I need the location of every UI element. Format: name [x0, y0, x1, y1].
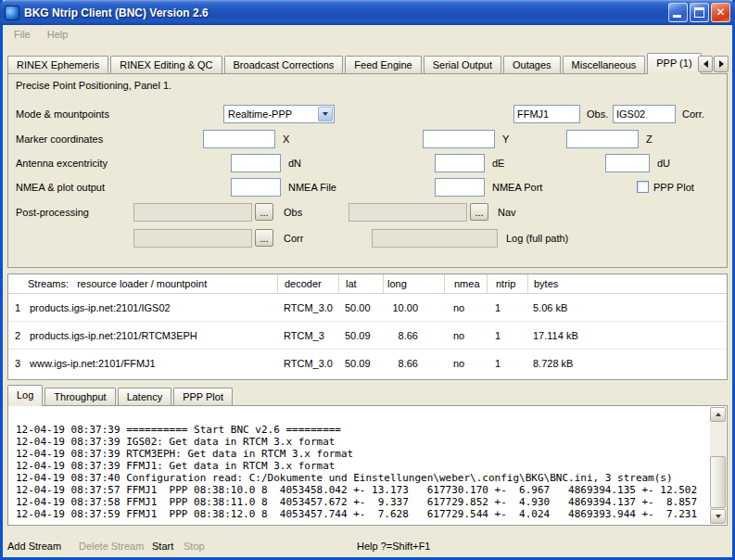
obs-label: Obs.	[587, 105, 608, 123]
cell-nmea: no	[444, 358, 487, 369]
corr-mountpoint-field[interactable]	[613, 105, 676, 123]
streams-table-header: Streams: resource loader / mountpoint de…	[8, 274, 727, 294]
ppp-plot-checkbox[interactable]	[637, 181, 649, 193]
row-number: 2	[8, 330, 27, 341]
tab-rinex-ephemeris[interactable]: RINEX Ephemeris	[7, 56, 108, 73]
close-button[interactable]: ✕	[711, 3, 730, 22]
marker-y-field[interactable]	[423, 130, 495, 148]
cell-ntrip: 1	[487, 358, 527, 369]
tab-scroll-right-button[interactable]	[714, 56, 729, 72]
cell-mountpoint: www.igs-ip.net:2101/FFMJ1	[27, 358, 277, 369]
cell-bytes: 17.114 kB	[527, 330, 727, 341]
close-icon: ✕	[712, 4, 729, 21]
browse-obs-button[interactable]: ...	[255, 203, 273, 221]
post-log-field	[372, 229, 498, 248]
mode-combobox-value: Realtime-PPP	[228, 106, 292, 122]
menu-help[interactable]: Help	[39, 27, 77, 42]
start-button[interactable]: Start	[152, 541, 173, 552]
tab-serial-output[interactable]: Serial Output	[424, 56, 501, 73]
right-arrow-icon	[719, 60, 724, 68]
tab-ppp-plot[interactable]: PPP Plot	[173, 388, 233, 405]
log-line: 12-04-19 08:37:59 FFMJ1 PPP 08:38:12.0 8…	[16, 508, 710, 520]
add-stream-button[interactable]: Add Stream	[7, 541, 61, 552]
menu-file[interactable]: File	[6, 27, 39, 42]
log-output[interactable]: 12-04-19 08:37:39 ========== Start BNC v…	[7, 405, 728, 526]
post-obs-field	[133, 203, 252, 222]
post-obs-label: Obs	[284, 203, 302, 222]
browse-nav-button[interactable]: ...	[470, 203, 488, 221]
tab-log[interactable]: Log	[7, 385, 43, 406]
antenna-du-field[interactable]	[605, 154, 650, 172]
header-long: long	[383, 274, 444, 293]
scrollbar-thumb[interactable]	[710, 456, 726, 508]
tab-miscellaneous[interactable]: Miscellaneous	[563, 56, 646, 73]
stop-button[interactable]: Stop	[184, 541, 205, 552]
tab-ppp-1[interactable]: PPP (1)	[647, 53, 701, 74]
log-line: 12-04-19 08:37:57 FFMJ1 PPP 08:38:10.0 8…	[16, 484, 710, 496]
ppp-plot-label: PPP Plot	[653, 178, 694, 197]
marker-z-field[interactable]	[566, 130, 639, 148]
menu-bar: File Help	[3, 25, 732, 44]
app-window: BKG Ntrip Client (BNC) Version 2.6 ✕ Fil…	[0, 0, 735, 560]
post-processing-label: Post-processing	[16, 203, 89, 222]
x-label: X	[283, 130, 289, 148]
log-line: 12-04-19 08:37:39 RTCM3EPH: Get data in …	[16, 448, 710, 460]
post-nav-label: Nav	[498, 203, 516, 222]
left-arrow-icon	[703, 60, 708, 68]
nmea-port-field[interactable]	[435, 178, 485, 197]
scroll-down-button[interactable]	[710, 509, 726, 524]
marker-coordinates-label: Marker coordinates	[16, 130, 103, 148]
log-line: 12-04-19 08:37:39 FFMJ1: Get data in RTC…	[16, 460, 710, 472]
maximize-icon	[694, 7, 704, 18]
dn-label: dN	[288, 154, 301, 172]
delete-stream-button[interactable]: Delete Stream	[79, 541, 144, 552]
cell-nmea: no	[444, 302, 487, 313]
log-line: 12-04-19 08:37:40 Configuration read: C:…	[16, 472, 710, 484]
antenna-dn-field[interactable]	[231, 154, 281, 172]
tab-feed-engine[interactable]: Feed Engine	[345, 56, 421, 73]
du-label: dU	[657, 154, 670, 172]
maximize-button[interactable]	[690, 3, 709, 22]
log-line: 12-04-19 08:37:58 FFMJ1 PPP 08:38:11.0 8…	[16, 496, 710, 508]
cell-decoder: RTCM_3.0	[277, 358, 338, 369]
mode-combobox[interactable]: Realtime-PPP	[223, 105, 335, 123]
log-scrollbar[interactable]	[710, 407, 726, 524]
combo-dropdown-button[interactable]	[318, 107, 333, 121]
log-content: 12-04-19 08:37:39 ========== Start BNC v…	[9, 407, 710, 524]
obs-mountpoint-field[interactable]	[513, 105, 580, 123]
table-row[interactable]: 2 products.igs-ip.net:2101/RTCM3EPH RTCM…	[8, 322, 727, 350]
header-ntrip: ntrip	[487, 274, 527, 293]
tab-rinex-editing-qc[interactable]: RINEX Editing & QC	[110, 56, 222, 73]
help-hint: Help ?=Shift+F1	[357, 541, 431, 552]
cell-bytes: 5.06 kB	[527, 302, 727, 313]
tab-scroll-left-button[interactable]	[698, 56, 713, 72]
table-row[interactable]: 3 www.igs-ip.net:2101/FFMJ1 RTCM_3.0 50.…	[8, 350, 727, 377]
cell-bytes: 8.728 kB	[527, 358, 727, 369]
cell-lat: 50.00	[338, 302, 383, 313]
tab-broadcast-corrections[interactable]: Broadcast Corrections	[224, 56, 344, 73]
nmea-file-field[interactable]	[231, 178, 281, 197]
cell-mountpoint: products.igs-ip.net:2101/RTCM3EPH	[27, 330, 277, 341]
ppp-panel: Precise Point Positioning, Panel 1. Mode…	[7, 73, 728, 268]
tab-outages[interactable]: Outages	[503, 56, 561, 73]
cell-ntrip: 1	[487, 302, 527, 313]
window-title: BKG Ntrip Client (BNC) Version 2.6	[24, 6, 666, 19]
scroll-up-button[interactable]	[710, 407, 726, 422]
status-bar: Add Stream Delete Stream Start Stop Help…	[3, 533, 732, 557]
streams-table: Streams: resource loader / mountpoint de…	[7, 274, 728, 380]
antenna-de-field[interactable]	[435, 154, 485, 172]
marker-x-field[interactable]	[203, 130, 275, 148]
tab-throughput[interactable]: Throughput	[44, 388, 115, 405]
cell-decoder: RTCM_3.0	[277, 302, 338, 313]
title-bar[interactable]: BKG Ntrip Client (BNC) Version 2.6 ✕	[0, 0, 735, 25]
tab-latency[interactable]: Latency	[118, 388, 172, 405]
minimize-button[interactable]	[668, 3, 688, 22]
panel-title: Precise Point Positioning, Panel 1.	[16, 76, 171, 95]
cell-long: 8.66	[383, 330, 444, 341]
header-lat: lat	[338, 274, 383, 293]
header-nmea: nmea	[444, 274, 487, 293]
post-log-label: Log (full path)	[506, 229, 568, 248]
table-row[interactable]: 1 products.igs-ip.net:2101/IGS02 RTCM_3.…	[8, 294, 727, 322]
browse-corr-button[interactable]: ...	[255, 229, 273, 247]
post-corr-label: Corr	[284, 229, 303, 248]
